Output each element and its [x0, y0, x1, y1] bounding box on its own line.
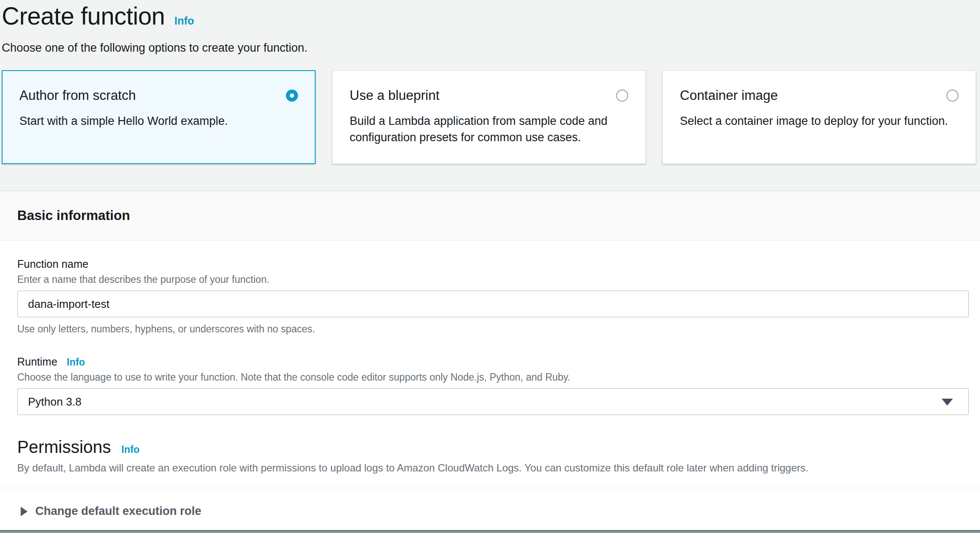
basic-information-header: Basic information	[0, 191, 980, 241]
card-description: Build a Lambda application from sample c…	[350, 113, 628, 146]
card-title: Container image	[680, 88, 778, 103]
page-title: Create function	[2, 2, 165, 30]
function-name-label: Function name	[17, 258, 88, 270]
option-card-use-a-blueprint[interactable]: Use a blueprint Build a Lambda applicati…	[332, 70, 646, 164]
function-name-constraint: Use only letters, numbers, hyphens, or u…	[17, 323, 969, 335]
radio-container-image[interactable]	[946, 90, 958, 102]
card-description: Start with a simple Hello World example.	[19, 113, 298, 129]
chevron-down-icon	[942, 399, 953, 406]
runtime-field-block: Runtime Info Choose the language to use …	[17, 356, 969, 415]
function-name-field-block: Function name Enter a name that describe…	[17, 258, 969, 335]
function-name-description: Enter a name that describes the purpose …	[17, 274, 969, 285]
bottom-section-divider	[0, 530, 980, 533]
radio-author-from-scratch-selected[interactable]	[286, 90, 298, 102]
basic-information-panel: Basic information Function name Enter a …	[0, 191, 980, 533]
function-name-input[interactable]	[17, 291, 969, 317]
basic-information-title: Basic information	[17, 208, 130, 223]
radio-use-a-blueprint[interactable]	[616, 90, 628, 102]
page-header: Create function Info Choose one of the f…	[0, 0, 980, 55]
permissions-section: Permissions Info By default, Lambda will…	[17, 437, 969, 474]
card-title: Author from scratch	[19, 88, 136, 103]
runtime-info-link[interactable]: Info	[67, 356, 85, 368]
creation-option-cards: Author from scratch Start with a simple …	[2, 70, 976, 164]
card-description: Select a container image to deploy for y…	[680, 113, 958, 129]
expand-triangle-icon	[21, 507, 28, 516]
runtime-description: Choose the language to use to write your…	[17, 372, 969, 383]
option-card-container-image[interactable]: Container image Select a container image…	[662, 70, 976, 164]
page-title-info-link[interactable]: Info	[174, 15, 194, 27]
runtime-selected-option: Python 3.8	[28, 395, 81, 409]
option-card-author-from-scratch[interactable]: Author from scratch Start with a simple …	[2, 70, 316, 164]
permissions-title: Permissions	[17, 437, 111, 457]
page-subtitle: Choose one of the following options to c…	[2, 41, 980, 55]
permissions-description: By default, Lambda will create an execut…	[17, 462, 969, 474]
change-default-execution-role-expander[interactable]: Change default execution role	[17, 488, 969, 518]
card-title: Use a blueprint	[350, 88, 440, 103]
runtime-label: Runtime	[17, 356, 57, 368]
runtime-select[interactable]: Python 3.8	[17, 388, 969, 415]
expander-label: Change default execution role	[35, 505, 202, 518]
permissions-info-link[interactable]: Info	[121, 444, 140, 456]
